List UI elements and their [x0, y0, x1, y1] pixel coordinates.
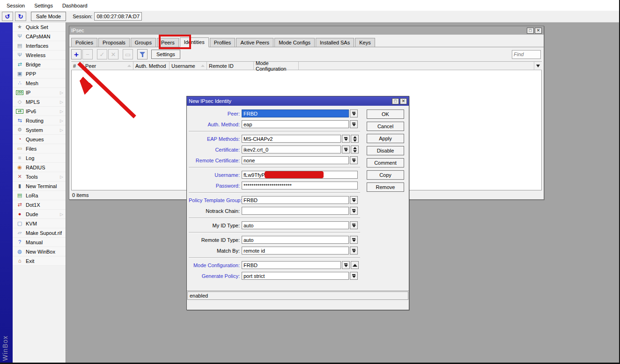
eap-methods-field[interactable]: MS-CHAPv2	[242, 135, 341, 143]
sidebar-item-ppp[interactable]: ▣PPP	[13, 69, 66, 79]
sidebar-item-label: RADIUS	[26, 165, 45, 170]
dialog-titlebar[interactable]: New IPsec Identity □ ✕	[187, 96, 409, 106]
sidebar-item-radius[interactable]: ◉RADIUS	[13, 163, 66, 172]
dropdown-icon[interactable]	[350, 196, 358, 204]
menubar-item-settings[interactable]: Settings	[30, 1, 58, 10]
my-id-type-field[interactable]: auto	[242, 221, 349, 229]
field-label: Peer:	[189, 111, 242, 116]
sidebar-item-new-winbox[interactable]: ◍New WinBox	[13, 247, 66, 256]
sidebar-item-bridge[interactable]: ⇄Bridge	[13, 60, 66, 69]
find-input[interactable]	[512, 50, 541, 59]
dropdown-icon[interactable]	[350, 109, 358, 117]
tab-active-peers[interactable]: Active Peers	[236, 38, 273, 47]
apply-button[interactable]: Apply	[367, 134, 404, 143]
sidebar-item-manual[interactable]: ?Manual	[13, 238, 66, 247]
ok-button[interactable]: OK	[367, 109, 404, 119]
disable-button[interactable]: Disable	[367, 146, 404, 155]
up-arrow-icon[interactable]	[351, 261, 359, 269]
dropdown-icon[interactable]	[342, 135, 350, 143]
sidebar-item-files[interactable]: ▭Files	[13, 144, 66, 153]
sidebar-item-capsman[interactable]: ΨCAPsMAN	[13, 32, 66, 41]
sidebar-item-mesh[interactable]: ∴Mesh	[13, 79, 66, 88]
certificate-field[interactable]: ikev2.crt_0	[242, 146, 341, 153]
sidebar-item-log[interactable]: ≡Log	[13, 153, 66, 163]
sidebar-item-ipv6[interactable]: v6IPv6▷	[13, 107, 66, 116]
column-menu-button[interactable]	[534, 62, 542, 70]
sidebar-item-mpls[interactable]: ◇MPLS▷	[13, 97, 66, 107]
generate-policy-field[interactable]: port strict	[242, 272, 349, 280]
sidebar-item-kvm[interactable]: ▢KVM	[13, 219, 66, 228]
remote-certificate-field[interactable]: none	[242, 156, 349, 164]
filter-button[interactable]	[137, 49, 148, 59]
menubar-item-session[interactable]: Session	[2, 1, 30, 10]
sidebar-item-label: System	[26, 127, 43, 133]
peer-field[interactable]: FRBD	[242, 109, 349, 117]
undo-button[interactable]: ↺	[2, 12, 13, 21]
sidebar-item-system[interactable]: ⚙System▷	[13, 125, 66, 135]
tab-proposals[interactable]: Proposals	[98, 38, 130, 47]
username-field[interactable]: fLw9TfyP	[242, 171, 358, 179]
dropdown-icon[interactable]	[342, 261, 350, 269]
dropdown-icon[interactable]	[350, 236, 358, 244]
match-by-field[interactable]: remote id	[242, 247, 349, 255]
tab-policies[interactable]: Policies	[71, 38, 97, 47]
sidebar-item-lora[interactable]: ▤LoRa	[13, 191, 66, 200]
tab-installed-sas[interactable]: Installed SAs	[316, 38, 354, 47]
dialog-maximize-icon[interactable]: □	[392, 98, 399, 104]
sidebar-item-queues[interactable]: ◔Queues	[13, 135, 66, 144]
sidebar-item-dot1x[interactable]: ⇄Dot1X	[13, 200, 66, 210]
tab-identities[interactable]: Identities	[180, 37, 209, 47]
dropdown-icon[interactable]	[350, 221, 358, 229]
dialog-close-icon[interactable]: ✕	[400, 98, 407, 104]
column-header-remote-id[interactable]: Remote ID	[207, 62, 254, 70]
sidebar-item-interfaces[interactable]: ▤Interfaces	[13, 41, 66, 51]
sidebar-item-exit[interactable]: ⌂Exit	[13, 256, 66, 266]
dialog-statusbar: enabled	[187, 291, 409, 300]
column-header-number[interactable]: #	[71, 62, 83, 70]
maximize-icon[interactable]: □	[527, 28, 534, 34]
sidebar-item-tools[interactable]: ✕Tools▷	[13, 172, 66, 182]
redo-button[interactable]: ↻	[15, 12, 26, 21]
sidebar-item-dude[interactable]: ●Dude▷	[13, 210, 66, 219]
dropdown-icon[interactable]	[350, 156, 358, 164]
mode-configuration-field[interactable]: FRBD	[242, 261, 341, 269]
dropdown-icon[interactable]	[350, 207, 358, 215]
dropdown-icon[interactable]	[350, 120, 358, 128]
sidebar-item-wireless[interactable]: ΨWireless	[13, 51, 66, 60]
safe-mode-button[interactable]: Safe Mode	[31, 12, 66, 21]
menubar-item-dashboard[interactable]: Dashboard	[58, 1, 92, 10]
sidebar-item-new-terminal[interactable]: ▮New Terminal	[13, 182, 66, 191]
column-header-auth-method[interactable]: Auth. Method	[133, 62, 170, 70]
sidebar-item-make-supout-rif[interactable]: ▱Make Supout.rif	[13, 228, 66, 238]
sidebar-item-ip[interactable]: 255IP▷	[13, 88, 66, 97]
ipsec-titlebar[interactable]: IPsec □ ✕	[69, 26, 544, 35]
updown-spinner-icon[interactable]	[351, 135, 359, 143]
tab-groups[interactable]: Groups	[131, 38, 156, 47]
column-header-peer[interactable]: Peer	[83, 62, 133, 70]
column-header-username[interactable]: Username	[170, 62, 207, 70]
auth-method-field[interactable]: eap	[242, 120, 349, 128]
column-header-mode-configuration[interactable]: Mode Configuration	[254, 62, 299, 70]
dropdown-icon[interactable]	[350, 247, 358, 255]
updown-spinner-icon[interactable]	[351, 146, 359, 153]
close-icon[interactable]: ✕	[535, 28, 542, 34]
notrack-chain-field[interactable]	[242, 207, 349, 215]
add-button[interactable]: +	[71, 49, 81, 59]
remote-id-type-field[interactable]: auto	[242, 236, 349, 244]
session-field[interactable]: 08:00:27:08:7A:D7	[94, 12, 142, 21]
dropdown-icon[interactable]	[342, 146, 350, 153]
dropdown-icon[interactable]	[350, 272, 358, 280]
remove-button[interactable]: Remove	[367, 182, 404, 192]
password-field[interactable]: ************************	[242, 182, 358, 189]
tab-keys[interactable]: Keys	[355, 38, 375, 47]
tab-peers[interactable]: Peers	[157, 38, 179, 47]
tab-profiles[interactable]: Profiles	[210, 38, 236, 47]
cancel-button[interactable]: Cancel	[367, 122, 404, 131]
settings-button[interactable]: Settings	[151, 50, 180, 59]
sidebar-item-routing[interactable]: ⇆Routing▷	[13, 116, 66, 125]
tab-mode-configs[interactable]: Mode Configs	[274, 38, 315, 47]
policy-template-group-field[interactable]: FRBD	[242, 196, 349, 204]
sidebar-item-quick-set[interactable]: ★Quick Set	[13, 22, 66, 32]
copy-button[interactable]: Copy	[367, 170, 404, 180]
comment-button[interactable]: Comment	[367, 158, 404, 167]
